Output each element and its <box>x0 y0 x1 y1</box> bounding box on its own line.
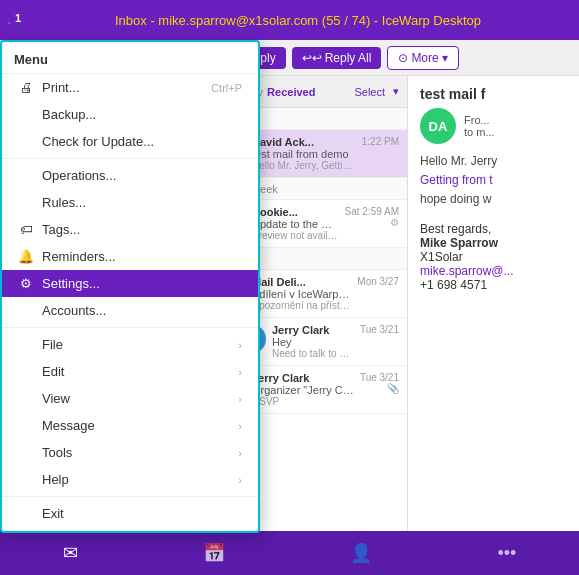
bottom-bar: ✉ 📅 👤 ••• <box>0 531 579 575</box>
menu-label-print: Print... <box>42 80 80 95</box>
sender-to: to m... <box>464 126 495 138</box>
email-from-2: Cookie... <box>252 206 339 218</box>
menu-label-settings: Settings... <box>42 276 100 291</box>
menu-item-message[interactable]: Message › <box>2 412 258 439</box>
menu-label-tools: Tools <box>42 445 72 460</box>
bottom-mail-icon[interactable]: ✉ <box>55 534 86 572</box>
window-title: Inbox - mike.sparrow@x1solar.com (55 / 7… <box>25 13 571 28</box>
sender-from: Fro... <box>464 114 495 126</box>
menu-item-exit[interactable]: Exit <box>2 500 258 527</box>
menu-item-settings[interactable]: ⚙ Settings... <box>2 270 258 297</box>
email-from-4: Jerry Clark <box>272 324 354 336</box>
signature: Best regards, Mike Sparrow X1Solar mike.… <box>420 222 567 292</box>
menu-item-tags[interactable]: 🏷 Tags... <box>2 216 258 243</box>
reading-subject: test mail f <box>420 86 567 102</box>
menu-title: Menu <box>2 46 258 74</box>
menu-item-reminders[interactable]: 🔔 Reminders... <box>2 243 258 270</box>
email-subject-4: Hey <box>272 336 354 348</box>
body-line-1: Hello Mr. Jerry <box>420 152 567 171</box>
menu-item-print[interactable]: 🖨 Print... Ctrl+P <box>2 74 258 101</box>
menu-label-exit: Exit <box>42 506 64 521</box>
menu-label-operations: Operations... <box>42 168 116 183</box>
email-content-4: Jerry Clark Hey Need to talk to u!!! Jer… <box>272 324 354 359</box>
sort-value[interactable]: Received <box>267 86 315 98</box>
menu-divider-1 <box>2 158 258 159</box>
menu-label-rules: Rules... <box>42 195 86 210</box>
menu-item-backup[interactable]: Backup... <box>2 101 258 128</box>
view-arrow-icon: › <box>238 393 242 405</box>
email-meta-1: 1:22 PM <box>362 136 399 147</box>
email-meta-2: Sat 2:59 AM ⚙ <box>345 206 399 228</box>
email-subject-2: Update to the Co... <box>252 218 339 230</box>
menu-overlay: Menu 🖨 Print... Ctrl+P Backup... Check f… <box>0 40 260 533</box>
menu-item-accounts[interactable]: Accounts... <box>2 297 258 324</box>
menu-item-rules[interactable]: Rules... <box>2 189 258 216</box>
menu-label-edit: Edit <box>42 364 64 379</box>
menu-item-tools[interactable]: Tools › <box>2 439 258 466</box>
reply-all-icon: ↩↩ <box>302 51 322 65</box>
menu-label-reminders: Reminders... <box>42 249 116 264</box>
email-preview-4: Need to talk to u!!! Jerr... <box>272 348 354 359</box>
menu-item-edit[interactable]: Edit › <box>2 358 258 385</box>
filter-icon[interactable]: ▾ <box>393 85 399 98</box>
email-preview-3: Upozornění na přístup ... <box>252 300 351 311</box>
reading-pane: test mail f DA Fro... to m... Hello Mr. … <box>408 76 579 531</box>
menu-label-check-update: Check for Update... <box>42 134 154 149</box>
email-preview-2: Preview not available <box>252 230 339 241</box>
sender-phone: +1 698 4571 <box>420 278 567 292</box>
select-button[interactable]: Select <box>354 86 385 98</box>
email-from-5: Jerry Clark <box>252 372 354 384</box>
email-subject-1: test mail from demo <box>252 148 356 160</box>
email-meta-5: Tue 3/21 📎 <box>360 372 399 394</box>
menu-item-help[interactable]: Help › <box>2 466 258 493</box>
body-line-2: Getting from t <box>420 171 567 190</box>
menu-divider-3 <box>2 496 258 497</box>
bottom-more-icon[interactable]: ••• <box>489 535 524 572</box>
email-content-2: Cookie... Update to the Co... Preview no… <box>252 206 339 241</box>
attachment-icon: 📎 <box>360 383 399 394</box>
email-content-1: David Ack... test mail from demo Hello M… <box>252 136 356 171</box>
sender-avatar: DA <box>420 108 456 144</box>
step-indicator: 1 <box>8 8 28 28</box>
gear-icon: ⚙ <box>345 217 399 228</box>
email-preview-5: RSVP <box>252 396 354 407</box>
menu-item-view[interactable]: View › <box>2 385 258 412</box>
bottom-contacts-icon[interactable]: 👤 <box>342 534 380 572</box>
file-arrow-icon: › <box>238 339 242 351</box>
regards: Best regards, <box>420 222 567 236</box>
reading-content: test mail f DA Fro... to m... Hello Mr. … <box>408 76 579 531</box>
more-chevron-icon: ▾ <box>442 51 448 65</box>
bottom-calendar-icon[interactable]: 📅 <box>195 534 233 572</box>
edit-arrow-icon: › <box>238 366 242 378</box>
email-subject-5: Organizer "Jerry C..." <box>252 384 354 396</box>
sender-name: Mike Sparrow <box>420 236 567 250</box>
email-from-1: David Ack... <box>252 136 356 148</box>
message-arrow-icon: › <box>238 420 242 432</box>
menu-item-check-update[interactable]: Check for Update... <box>2 128 258 155</box>
menu-item-file[interactable]: File › <box>2 331 258 358</box>
menu-label-file: File <box>42 337 63 352</box>
sender-row: DA Fro... to m... <box>420 108 567 144</box>
email-subject-3: Sdílení v IceWarp '[m... <box>252 288 351 300</box>
email-preview-1: Hello Mr. Jerry, Getting... <box>252 160 356 171</box>
tags-icon: 🏷 <box>18 222 34 237</box>
top-bar: ✉ Inbox - mike.sparrow@x1solar.com (55 /… <box>0 0 579 40</box>
body-line-3: hope doing w <box>420 190 567 209</box>
email-content-3: Mail Deli... Sdílení v IceWarp '[m... Up… <box>252 276 351 311</box>
email-content-5: Jerry Clark Organizer "Jerry C..." RSVP <box>252 372 354 407</box>
more-button[interactable]: ⊙ More ▾ <box>387 46 458 70</box>
menu-label-message: Message <box>42 418 95 433</box>
sender-company: X1Solar <box>420 250 567 264</box>
menu-item-operations[interactable]: Operations... <box>2 162 258 189</box>
email-meta-4: Tue 3/21 <box>360 324 399 335</box>
more-icon: ⊙ <box>398 51 408 65</box>
print-shortcut: Ctrl+P <box>211 82 242 94</box>
reminders-icon: 🔔 <box>18 249 34 264</box>
tools-arrow-icon: › <box>238 447 242 459</box>
sender-info: Fro... to m... <box>464 114 495 138</box>
settings-icon: ⚙ <box>18 276 34 291</box>
reply-all-button[interactable]: ↩↩ Reply All <box>292 47 382 69</box>
menu-label-backup: Backup... <box>42 107 96 122</box>
help-arrow-icon: › <box>238 474 242 486</box>
menu-label-accounts: Accounts... <box>42 303 106 318</box>
